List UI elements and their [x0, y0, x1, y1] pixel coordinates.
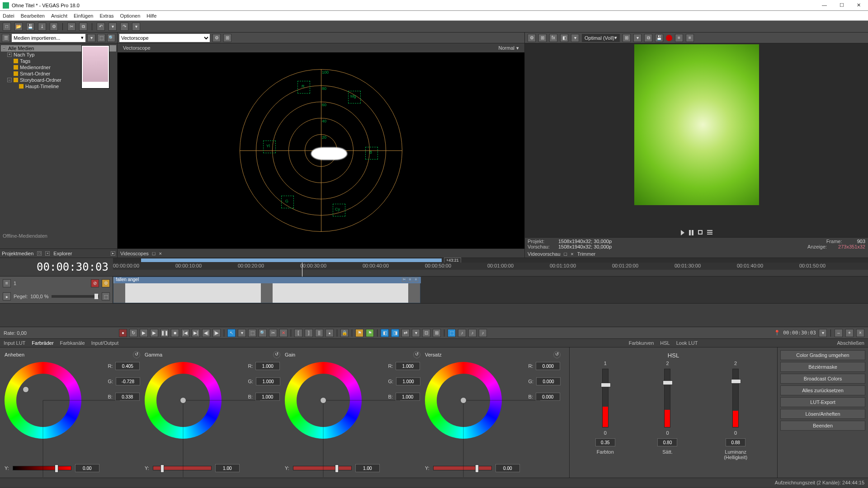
menu-bearbeiten[interactable]: Bearbeiten — [21, 13, 45, 19]
tab-farbraeder[interactable]: Farbräder — [32, 340, 53, 346]
btn-lut-export[interactable]: LUT-Export — [780, 397, 865, 407]
b-input[interactable] — [255, 393, 280, 401]
shuffle-icon[interactable]: ✂ — [269, 329, 277, 337]
ripple-icon[interactable]: ⇄ — [401, 329, 410, 337]
autoripple-icon[interactable]: ◧ — [381, 329, 389, 337]
autocross-icon[interactable]: ◨ — [391, 329, 399, 337]
lock-icon[interactable]: 🔒 — [340, 329, 349, 337]
maximize-button[interactable]: ☐ — [840, 2, 844, 8]
tab-farbkanaele[interactable]: Farbkanäle — [60, 340, 85, 346]
prev-frame-icon[interactable]: ◀| — [202, 329, 210, 337]
redo-icon[interactable]: ↷ — [120, 23, 128, 31]
tab-scroll-icon[interactable]: ▸ — [111, 251, 115, 256]
scope-settings-icon[interactable]: ⚙ — [212, 34, 221, 42]
tab-videoscopes[interactable]: Videoscopes — [120, 251, 149, 256]
btn-bypass[interactable]: Color Grading umgehen — [780, 350, 865, 360]
tab-trimmer[interactable]: Trimmer — [577, 251, 596, 257]
tab-proj-float-icon[interactable]: □ — [37, 251, 42, 256]
reset-icon[interactable]: ↺ — [553, 351, 561, 358]
y-slider[interactable] — [13, 466, 71, 470]
wheel-handle[interactable] — [320, 397, 326, 404]
track-fx-icon[interactable]: ⚙ — [102, 279, 110, 287]
reset-icon[interactable]: ↺ — [413, 351, 420, 358]
preview-b-icon[interactable]: ≡ — [686, 34, 694, 42]
grid-icon[interactable]: ⊞ — [433, 329, 441, 337]
hsl-handle[interactable] — [601, 383, 611, 387]
color-wheel[interactable] — [285, 362, 362, 439]
pegel-slider[interactable] — [52, 295, 99, 298]
tl-close-icon[interactable]: × — [856, 329, 864, 337]
scope-mode[interactable]: Normal — [499, 45, 514, 51]
preview-drop-icon[interactable]: ▾ — [571, 34, 579, 42]
y-input[interactable] — [215, 464, 240, 472]
hsl-value-input[interactable] — [726, 438, 745, 446]
btn-detach[interactable]: Lösen/Anheften — [780, 409, 865, 419]
close-button[interactable]: ✕ — [857, 2, 861, 8]
track-menu-icon[interactable]: ≡ — [3, 279, 11, 287]
marker-icon[interactable]: ⬥ — [326, 329, 334, 337]
preview-fx-icon[interactable]: fx — [549, 34, 557, 42]
copy-icon[interactable]: ⧉ — [79, 23, 87, 31]
zoom-scrollbar[interactable]: +43:21 — [113, 258, 868, 263]
hsl-value-input[interactable] — [657, 438, 677, 446]
tab-explorer[interactable]: Explorer — [53, 251, 72, 256]
minimize-button[interactable]: — — [822, 2, 827, 8]
zoom-icon[interactable]: 🔍 — [259, 329, 267, 337]
clip-menu-icon[interactable]: ≡ — [414, 277, 418, 282]
menu-optionen[interactable]: Optionen — [120, 13, 141, 19]
record-icon[interactable] — [666, 35, 672, 41]
a3-icon[interactable]: ♪ — [479, 329, 487, 337]
btn-bezier[interactable]: Bézièrmaske — [780, 362, 865, 372]
menu-hilfe[interactable]: Hilfe — [146, 13, 156, 19]
trim-end-icon[interactable]: ] — [305, 329, 313, 337]
g-input[interactable] — [116, 377, 140, 385]
track-lane[interactable]: fallen angel ✂ ≡ ≡ — [113, 277, 868, 303]
video-clip[interactable]: fallen angel ✂ ≡ ≡ — [113, 277, 420, 303]
scope-close-icon[interactable]: × — [159, 251, 161, 256]
new-icon[interactable]: □ — [3, 23, 11, 31]
tab-proj-close-icon[interactable]: × — [45, 251, 50, 256]
trim-start-icon[interactable]: [ — [294, 329, 302, 337]
bin-icon[interactable]: ⬚ — [97, 34, 105, 42]
b-input[interactable] — [536, 393, 560, 401]
hsl-handle[interactable] — [731, 379, 741, 384]
track-header[interactable]: ≡ 1 ⊘ ⚙ ▸ Pegel: 100,0 % ⬚ — [0, 277, 113, 303]
hsl-value-input[interactable] — [595, 438, 615, 446]
tab-abschliessen[interactable]: Abschließen — [837, 340, 864, 346]
color-wheel[interactable] — [145, 362, 222, 439]
go-start-icon[interactable]: |◀ — [181, 329, 189, 337]
hsl-slider[interactable] — [602, 369, 609, 427]
scope-mode-drop-icon[interactable]: ▾ — [516, 45, 519, 51]
r-input[interactable] — [536, 362, 560, 370]
go-end-icon[interactable]: ▶| — [192, 329, 200, 337]
redo-drop-icon[interactable]: ▾ — [132, 23, 140, 31]
preview-a-icon[interactable]: ≡ — [675, 34, 683, 42]
loop-icon[interactable]: ↻ — [129, 329, 137, 337]
reset-icon[interactable]: ↺ — [133, 351, 140, 358]
timecode-display[interactable]: 00:00:30:03 — [0, 258, 113, 276]
fit-icon[interactable]: ⊡ — [422, 329, 430, 337]
b-input[interactable] — [115, 393, 140, 401]
track-expand-icon[interactable]: ▸ — [3, 292, 11, 300]
scope-float-icon[interactable]: □ — [152, 251, 156, 256]
tab-farbkurven[interactable]: Farbkurven — [629, 340, 654, 346]
snap2-icon[interactable]: ⚑ — [366, 329, 374, 337]
y-slider[interactable] — [153, 466, 212, 470]
btn-beenden[interactable]: Beenden — [780, 421, 865, 431]
g-input[interactable] — [536, 377, 561, 385]
menu-einfuegen[interactable]: Einfügen — [74, 13, 93, 19]
envelope-icon[interactable]: ▾ — [238, 329, 246, 337]
media-opts-icon[interactable]: ▾ — [87, 34, 95, 42]
scope-type-dropdown[interactable]: Vectorscope — [119, 34, 210, 42]
track-automation-icon[interactable]: ⬚ — [102, 292, 110, 300]
y-input[interactable] — [495, 464, 520, 472]
search-icon[interactable]: 🔍 — [107, 34, 115, 42]
tab-input-output[interactable]: Input/Output — [91, 340, 119, 346]
play-icon[interactable]: ▶ — [150, 329, 158, 337]
tab-projektmedien[interactable]: Projektmedien — [2, 251, 33, 256]
stop-icon2[interactable]: ■ — [171, 329, 179, 337]
preview-stop-icon[interactable] — [698, 230, 703, 235]
g-input[interactable] — [396, 377, 420, 385]
delete-icon[interactable]: ✕ — [279, 329, 288, 337]
menu-ansicht[interactable]: Ansicht — [51, 13, 67, 19]
